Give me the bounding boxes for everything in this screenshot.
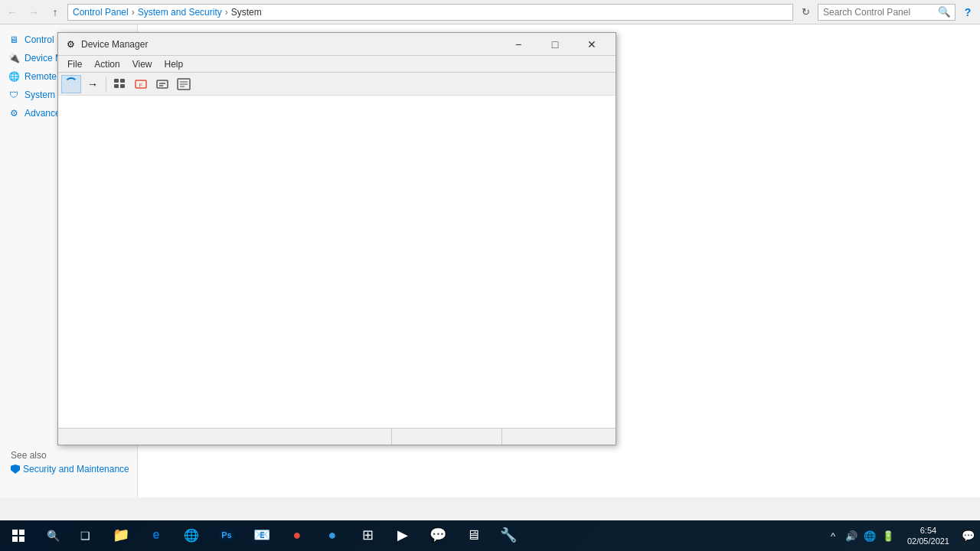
tray-chevron[interactable]: ^ [826, 529, 840, 543]
device-manager-menubar: File Action View Help [58, 56, 616, 73]
taskbar-app-grid[interactable]: ⊞ [351, 521, 384, 550]
device-manager-window-icon: ⚙ [64, 38, 77, 51]
refresh-button[interactable]: ↻ [796, 3, 815, 21]
advanced-icon: ⚙ [8, 107, 20, 119]
search-input[interactable] [823, 7, 938, 18]
see-also-section: See also Security and Maintenance [0, 442, 140, 482]
menu-action[interactable]: Action [88, 57, 126, 71]
control-panel-icon: 🖥 [8, 34, 20, 46]
breadcrumb: Control Panel › System and Security › Sy… [67, 4, 793, 21]
menu-help[interactable]: Help [158, 57, 190, 71]
statusbar-pane-1 [61, 429, 392, 445]
start-button[interactable] [0, 520, 37, 551]
svg-rect-6 [157, 80, 168, 88]
clock-date: 02/05/2021 [907, 536, 949, 546]
system-protection-icon: 🛡 [8, 89, 20, 101]
device-manager-statusbar [58, 428, 616, 445]
taskbar-clock[interactable]: 6:54 02/05/2021 [901, 520, 956, 551]
taskbar-app-file-explorer[interactable]: 📁 [104, 521, 138, 550]
remote-icon: 🌐 [8, 70, 20, 83]
taskbar-app-edge[interactable]: e [139, 521, 173, 550]
svg-rect-1 [120, 79, 125, 83]
clock-time: 6:54 [920, 525, 936, 536]
search-button[interactable]: 🔍 [938, 5, 951, 20]
navigation-bar: ← → ↑ Control Panel › System and Securit… [0, 0, 980, 24]
minimize-button[interactable]: − [501, 33, 536, 56]
device-manager-window: ⚙ Device Manager − □ ✕ File Action View … [57, 32, 616, 445]
svg-rect-2 [114, 84, 119, 88]
desktop: Windows 10 Change settings 🛡 ← → ↑ Contr… [0, 0, 980, 551]
back-button[interactable]: ← [3, 3, 21, 21]
taskbar-apps: 📁 e 🌐 Ps 📧 ● ● ⊞ ▶ [101, 521, 820, 550]
tray-network[interactable]: 🌐 [863, 529, 877, 543]
device-manager-content[interactable] [58, 96, 616, 428]
svg-rect-13 [12, 530, 18, 535]
see-also-title: See also [11, 450, 129, 461]
device-manager-title: Device Manager [81, 39, 501, 50]
device-manager-toolbar: → F [58, 73, 616, 96]
taskbar: 🔍 ❑ 📁 e 🌐 Ps 📧 ● ● [0, 520, 980, 551]
notification-center-button[interactable]: 💬 [956, 520, 980, 551]
breadcrumb-control-panel[interactable]: Control Panel [73, 7, 129, 18]
menu-file[interactable]: File [61, 57, 88, 71]
up-button[interactable]: ↑ [46, 3, 64, 21]
taskbar-app-monitor[interactable]: 🖥 [456, 521, 490, 550]
breadcrumb-system-security[interactable]: System and Security [138, 7, 222, 18]
svg-text:F: F [139, 82, 143, 89]
taskbar-app-red[interactable]: ● [280, 521, 314, 550]
svg-rect-14 [19, 530, 24, 535]
taskbar-app-play[interactable]: ▶ [386, 521, 420, 550]
taskbar-app-chat[interactable]: 💬 [421, 521, 455, 550]
svg-rect-15 [12, 536, 18, 542]
statusbar-pane-3 [502, 429, 612, 445]
task-view-button[interactable]: ❑ [69, 520, 101, 551]
help-button[interactable]: ? [959, 3, 977, 21]
taskbar-app-blue[interactable]: ● [315, 521, 349, 550]
taskbar-app-chrome[interactable]: 🌐 [175, 521, 208, 550]
see-also-security-maintenance[interactable]: Security and Maintenance [11, 464, 129, 474]
tray-volume[interactable]: 🔊 [844, 529, 858, 543]
toolbar-separator-1 [106, 77, 106, 92]
menu-view[interactable]: View [126, 57, 158, 71]
maximize-button[interactable]: □ [537, 33, 573, 56]
toolbar-show-devices-btn[interactable] [109, 75, 129, 93]
taskbar-app-ps[interactable]: Ps [210, 521, 243, 550]
device-manager-titlebar: ⚙ Device Manager − □ ✕ [58, 33, 616, 56]
svg-rect-0 [114, 79, 119, 83]
taskbar-search-button[interactable]: 🔍 [37, 520, 69, 551]
toolbar-resources-btn[interactable] [152, 75, 172, 93]
titlebar-controls: − □ ✕ [501, 33, 609, 56]
system-tray: ^ 🔊 🌐 🔋 [820, 529, 901, 543]
toolbar-show-hidden-btn[interactable]: F [131, 75, 151, 93]
loading-spinner [64, 77, 78, 91]
forward-button[interactable]: → [24, 3, 43, 21]
svg-rect-3 [120, 84, 125, 88]
svg-rect-16 [19, 536, 24, 542]
taskbar-app-tools[interactable]: 🔧 [492, 521, 525, 550]
tray-battery[interactable]: 🔋 [881, 529, 895, 543]
taskbar-app-mail[interactable]: 📧 [245, 521, 279, 550]
see-also-shield-icon [11, 465, 20, 474]
close-button[interactable]: ✕ [574, 33, 609, 56]
breadcrumb-system: System [231, 7, 262, 18]
toolbar-forward-btn[interactable]: → [83, 75, 103, 93]
search-bar: 🔍 [818, 4, 956, 21]
device-manager-icon: 🔌 [8, 52, 20, 64]
toolbar-back-btn[interactable] [61, 75, 81, 93]
statusbar-pane-2 [392, 429, 502, 445]
toolbar-summary-btn[interactable] [174, 75, 194, 93]
